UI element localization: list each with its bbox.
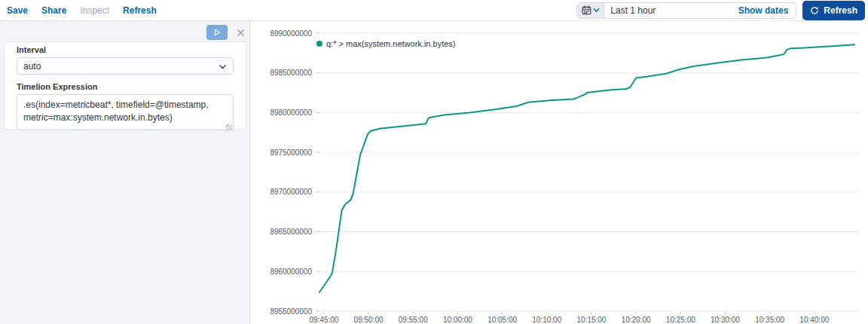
interval-select[interactable]: auto	[17, 57, 234, 75]
svg-text:09:55:00: 09:55:00	[399, 316, 428, 324]
svg-text:10:35:00: 10:35:00	[755, 316, 784, 324]
calendar-menu-button[interactable]	[577, 3, 604, 18]
share-button[interactable]: Share	[41, 5, 66, 16]
legend-series-label: q:* > max(system.network.in.bytes)	[326, 39, 455, 48]
interval-value: auto	[23, 61, 41, 72]
close-icon	[237, 29, 245, 37]
timelion-options-sidebar: Interval auto Timelion Expression .es(in…	[0, 21, 249, 324]
play-icon	[213, 29, 221, 36]
timelion-chart: 8955000000896000000089650000008970000000…	[250, 21, 868, 324]
svg-text:10:15:00: 10:15:00	[576, 316, 606, 324]
svg-text:10:30:00: 10:30:00	[711, 316, 740, 324]
refresh-button-label: Refresh	[824, 5, 857, 16]
options-card: Interval auto Timelion Expression .es(in…	[5, 42, 246, 130]
svg-text:8980000000: 8980000000	[270, 109, 312, 117]
save-button[interactable]: Save	[7, 5, 28, 16]
run-expression-button[interactable]	[206, 25, 228, 40]
svg-text:8960000000: 8960000000	[270, 267, 312, 276]
svg-text:09:50:00: 09:50:00	[354, 316, 384, 324]
svg-text:8975000000: 8975000000	[270, 148, 312, 157]
sidebar-actions	[206, 25, 246, 40]
show-dates-button[interactable]: Show dates	[731, 3, 796, 18]
calendar-icon	[582, 5, 591, 15]
svg-text:8990000000: 8990000000	[270, 29, 312, 38]
svg-text:10:05:00: 10:05:00	[487, 316, 517, 324]
chart-legend[interactable]: q:* > max(system.network.in.bytes)	[316, 39, 455, 48]
timelion-expression-input[interactable]: .es(index=metricbeat*, timefield=@timest…	[17, 94, 234, 130]
inspect-button: Inspect	[80, 5, 109, 16]
refresh-link[interactable]: Refresh	[123, 5, 157, 16]
chevron-down-icon	[593, 7, 600, 14]
toolbar-links: Save Share Inspect Refresh	[0, 5, 157, 16]
top-toolbar: Save Share Inspect Refresh	[0, 0, 868, 21]
svg-text:10:00:00: 10:00:00	[443, 316, 472, 324]
date-picker: Last 1 hour Show dates	[576, 2, 796, 19]
svg-text:8965000000: 8965000000	[270, 228, 312, 236]
timelion-chart-pane: 8955000000896000000089650000008970000000…	[250, 21, 868, 324]
editor-content: Interval auto Timelion Expression .es(in…	[0, 21, 868, 324]
svg-text:10:20:00: 10:20:00	[622, 316, 651, 324]
expression-label: Timelion Expression	[17, 82, 234, 91]
chevron-down-icon	[219, 63, 227, 73]
svg-text:8955000000: 8955000000	[270, 307, 312, 316]
refresh-icon	[810, 6, 819, 15]
svg-text:10:40:00: 10:40:00	[799, 316, 829, 324]
expression-wrap: .es(index=metricbeat*, timefield=@timest…	[17, 94, 234, 133]
svg-text:10:25:00: 10:25:00	[666, 316, 695, 324]
close-panel-button[interactable]	[235, 27, 246, 38]
time-controls: Last 1 hour Show dates Refresh	[576, 0, 868, 20]
time-range-value[interactable]: Last 1 hour	[604, 3, 730, 18]
refresh-button[interactable]: Refresh	[802, 1, 865, 20]
svg-text:8985000000: 8985000000	[270, 69, 312, 77]
svg-text:09:45:00: 09:45:00	[309, 316, 338, 324]
interval-label: Interval	[17, 45, 234, 54]
svg-text:10:10:00: 10:10:00	[532, 316, 561, 324]
legend-series-dot	[316, 41, 322, 47]
svg-text:8970000000: 8970000000	[270, 188, 312, 196]
